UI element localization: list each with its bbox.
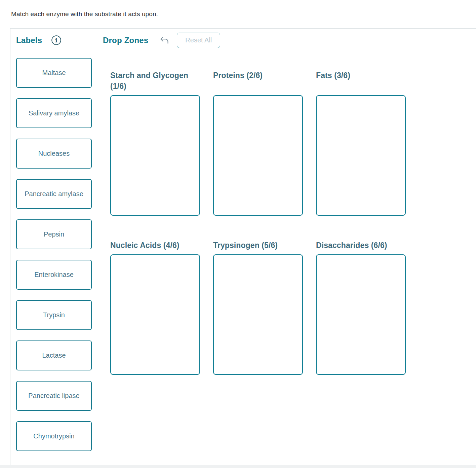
label-chip-pancreatic-lipase[interactable]: Pancreatic lipase [16,381,92,411]
labels-list: Maltase Salivary amylase Nucleases Pancr… [10,52,97,462]
label-chip-text: Chymotrypsin [33,432,74,440]
dropzone-title-trypsinogen: Trypsinogen (5/6) [213,240,303,251]
label-chip-maltase[interactable]: Maltase [16,58,92,88]
dropzone-title-nucleic-acids: Nucleic Acids (4/6) [110,240,200,251]
labels-header: Labels i [10,29,97,52]
dropzone-trypsinogen[interactable] [213,254,303,375]
instruction-text: Match each enzyme with the substrate it … [11,10,158,18]
label-chip-text: Pepsin [44,230,64,238]
dropzones-panel: Drop Zones Reset All Starch and Glycogen… [97,29,476,465]
labels-title: Labels [16,36,42,45]
label-chip-nucleases[interactable]: Nucleases [16,139,92,169]
label-chip-text: Pancreatic lipase [28,392,79,400]
dropzones-title: Drop Zones [103,36,148,45]
dropzone-nucleic-acids[interactable] [110,254,200,375]
dropzones-grid: Starch and Glycogen (1/6) Proteins (2/6)… [97,52,476,399]
label-chip-text: Nucleases [38,150,70,157]
matching-activity-page: Match each enzyme with the substrate it … [0,0,476,468]
label-chip-salivary-amylase[interactable]: Salivary amylase [16,98,92,128]
label-chip-text: Maltase [42,69,66,77]
label-chip-lactase[interactable]: Lactase [16,340,92,370]
dropzones-header: Drop Zones Reset All [97,29,476,52]
label-chip-pepsin[interactable]: Pepsin [16,219,92,249]
dropzone-proteins[interactable] [213,95,303,216]
dropzone-title-starch-glycogen: Starch and Glycogen (1/6) [110,70,200,92]
dropzone-title-disaccharides: Disaccharides (6/6) [316,240,406,251]
info-icon[interactable]: i [51,35,62,45]
dropzone-title-proteins: Proteins (2/6) [213,70,303,81]
label-chip-text: Lactase [42,352,66,359]
labels-panel: Labels i Maltase Salivary amylase Nuclea… [10,29,97,465]
bottom-divider [0,465,476,468]
matching-board: Labels i Maltase Salivary amylase Nuclea… [10,28,476,465]
dropzone-title-fats: Fats (3/6) [316,70,406,81]
label-chip-enterokinase[interactable]: Enterokinase [16,260,92,290]
dropzone-disaccharides[interactable] [316,254,406,375]
label-chip-pancreatic-amylase[interactable]: Pancreatic amylase [16,179,92,209]
dropzone-fats[interactable] [316,95,406,216]
label-chip-chymotrypsin[interactable]: Chymotrypsin [16,421,92,451]
reset-all-button[interactable]: Reset All [177,33,220,48]
label-chip-text: Enterokinase [34,271,74,279]
undo-arrow-icon[interactable] [159,36,169,45]
label-chip-text: Pancreatic amylase [25,190,83,198]
label-chip-trypsin[interactable]: Trypsin [16,300,92,330]
label-chip-text: Salivary amylase [29,109,79,117]
svg-text:i: i [55,37,58,44]
dropzone-starch-glycogen[interactable] [110,95,200,216]
label-chip-text: Trypsin [43,311,65,319]
